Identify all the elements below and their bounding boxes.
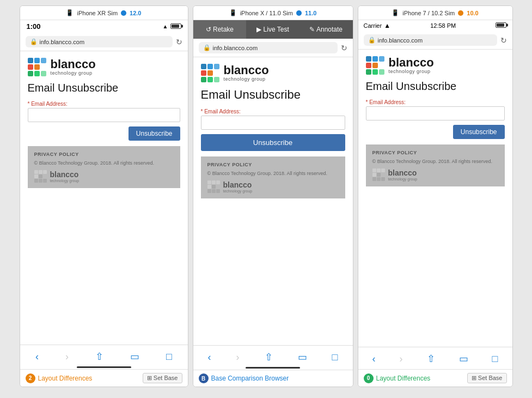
device-bar-center: 📱 iPhone X / 11.0 Sim 11.0 — [193, 6, 353, 20]
live-test-btn[interactable]: ▶ Live Test — [246, 20, 299, 39]
logo-text-center: blancco technology group — [224, 64, 269, 82]
version-dot-center — [296, 10, 302, 16]
device-name-center: iPhone X / 11.0 Sim — [240, 10, 293, 16]
footer-logo-grid-left — [34, 170, 47, 183]
nav-share-center[interactable]: ⇧ — [260, 350, 277, 364]
footer-logo-text-right: blancco technology group — [388, 168, 418, 181]
nav-back-left[interactable]: ‹ — [31, 350, 43, 364]
footer-logo-right: blancco technology group — [372, 168, 498, 181]
bottom-bar-center: B Base Comparison Browser — [193, 370, 353, 387]
logo-dot-c3 — [214, 64, 219, 69]
nav-forward-left[interactable]: › — [61, 350, 73, 364]
phone-icon-center: 📱 — [229, 9, 237, 16]
logo-dot-r3 — [379, 56, 384, 62]
nav-bar-right: ‹ › ⇧ ▭ □ — [358, 347, 512, 369]
address-input-left[interactable]: 🔒 info.blancco.com — [26, 36, 173, 47]
f-dot-3 — [43, 170, 47, 174]
device-name-left: iPhone XR Sim — [77, 10, 118, 16]
nav-bar-left: ‹ › ⇧ ▭ □ — [20, 345, 188, 367]
footer-logo-name-center: blancco — [223, 180, 253, 189]
logo-dot-r4 — [366, 63, 371, 68]
version-right: 10.0 — [467, 10, 478, 16]
layout-diff-right: 0 Layout Differences — [364, 373, 431, 383]
address-input-right[interactable]: 🔒 info.blancco.com — [364, 34, 497, 46]
logo-dot-r1 — [366, 56, 371, 62]
refresh-btn-center[interactable]: ↻ — [341, 44, 347, 52]
nav-tabs-right[interactable]: □ — [488, 352, 503, 366]
refresh-btn-right[interactable]: ↻ — [500, 36, 507, 45]
fr-dot-5 — [377, 173, 381, 177]
nav-book-left[interactable]: ▭ — [126, 349, 144, 364]
logo-grid-left — [28, 58, 46, 76]
set-base-btn-right[interactable]: ⊞ Set Base — [467, 373, 507, 383]
unsub-btn-left[interactable]: Unsubscribe — [129, 126, 180, 141]
carrier-time-right: 12:58 PM — [430, 22, 456, 29]
phone-icon-left: 📱 — [66, 9, 74, 16]
logo-dot-c5 — [207, 70, 213, 76]
footer-logo-sub-right: technology group — [388, 177, 418, 181]
bottom-bar-left: 2 Layout Differences ⊞ Set Base — [20, 369, 188, 387]
email-input-left[interactable] — [28, 108, 180, 122]
nav-forward-right[interactable]: › — [395, 352, 407, 366]
fr-dot-7 — [372, 177, 376, 181]
email-input-center[interactable] — [201, 116, 345, 130]
fc-dot-9 — [216, 189, 220, 193]
form-label-right: * Email Address: — [366, 99, 505, 105]
address-text-left: info.blancco.com — [40, 39, 85, 45]
logo-dot-r8 — [372, 69, 378, 75]
logo-dot-r5 — [372, 63, 378, 68]
address-text-right: info.blancco.com — [378, 37, 423, 44]
fc-dot-8 — [212, 189, 216, 193]
footer-logo-grid-right — [372, 168, 385, 181]
f-dot-5 — [39, 174, 42, 178]
nav-back-center[interactable]: ‹ — [204, 351, 216, 364]
fr-dot-6 — [381, 173, 385, 177]
carrier-left-right: Carrier ▲ — [364, 22, 391, 29]
logo-dot-9 — [41, 71, 46, 76]
nav-share-left[interactable]: ⇧ — [91, 349, 108, 364]
logo-name-left: blancco — [51, 58, 96, 71]
fc-dot-3 — [216, 180, 220, 184]
carrier-status-right: Carrier ▲ 12:58 PM — [358, 20, 512, 31]
carrier-name-right: Carrier — [364, 22, 382, 29]
phone-center: 📱 iPhone X / 11.0 Sim 11.0 ↺ Retake ▶ Li… — [193, 5, 353, 387]
fc-dot-6 — [216, 185, 220, 189]
logo-dot-r7 — [366, 69, 371, 75]
battery-icon-left — [170, 23, 181, 30]
nav-tabs-left[interactable]: □ — [162, 350, 176, 364]
logo-dot-c1 — [201, 64, 206, 69]
phone-left: 📱 iPhone XR Sim 12.0 1:00 ▲ 🔒 info.blanc… — [20, 5, 188, 387]
nav-forward-center[interactable]: › — [232, 351, 244, 364]
action-bar-center: ↺ Retake ▶ Live Test ✎ Annotate — [193, 20, 353, 39]
nav-share-right[interactable]: ⇧ — [423, 352, 439, 366]
footer-logo-name-right: blancco — [388, 168, 418, 177]
logo-name-right: blancco — [389, 56, 434, 69]
nav-tabs-center[interactable]: □ — [328, 351, 343, 364]
wifi-icon-left: ▲ — [163, 23, 168, 29]
email-input-right[interactable] — [366, 106, 505, 120]
fr-dot-9 — [381, 177, 385, 181]
nav-book-center[interactable]: ▭ — [293, 350, 311, 364]
footer-center: PRIVACY POLICY © Blancco Technology Grou… — [201, 156, 345, 198]
retake-btn[interactable]: ↺ Retake — [193, 20, 247, 39]
nav-back-right[interactable]: ‹ — [368, 352, 380, 366]
lock-icon-left: 🔒 — [30, 38, 38, 45]
device-bar-right: 📱 iPhone 7 / 10.2 Sim 10.0 — [358, 6, 512, 20]
form-label-left: * Email Address: — [28, 101, 180, 107]
unsub-btn-right[interactable]: Unsubscribe — [453, 125, 505, 139]
annotate-btn[interactable]: ✎ Annotate — [299, 20, 353, 39]
nav-book-right[interactable]: ▭ — [455, 352, 473, 366]
status-time-left: 1:00 — [27, 22, 41, 31]
logo-text-left: blancco technology group — [51, 58, 96, 76]
footer-logo-name-left: blancco — [50, 170, 80, 179]
address-input-center[interactable]: 🔒 info.blancco.com — [199, 42, 338, 53]
unsub-btn-center[interactable]: Unsubscribe — [201, 134, 345, 151]
logo-sub-left: technology group — [51, 71, 96, 76]
set-base-btn-left[interactable]: ⊞ Set Base — [143, 373, 182, 383]
phone-right: 📱 iPhone 7 / 10.2 Sim 10.0 Carrier ▲ 12:… — [358, 5, 513, 387]
status-icons-left: ▲ — [163, 23, 181, 30]
refresh-btn-left[interactable]: ↻ — [176, 38, 182, 46]
fr-dot-8 — [377, 177, 381, 181]
footer-left: PRIVACY POLICY © Blancco Technology Grou… — [28, 146, 180, 188]
footer-right: PRIVACY POLICY © Blancco Technology Grou… — [366, 144, 505, 186]
